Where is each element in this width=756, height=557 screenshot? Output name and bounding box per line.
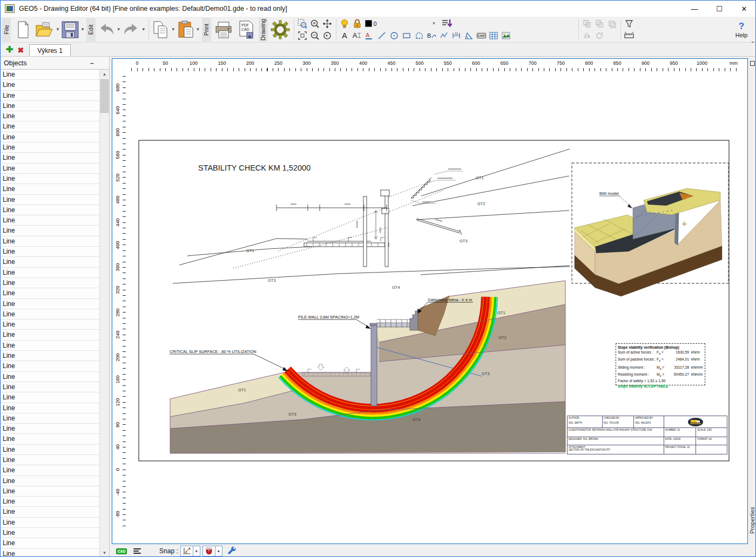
list-item-line[interactable]: Line [1,549,100,557]
list-item-line[interactable]: Line [1,101,100,111]
dimension-tool[interactable]: 11 [450,30,463,41]
drawing-canvas[interactable]: GT1 GT3 GT4 GT1 GT2 GT3 [112,58,748,544]
text-style-tool[interactable]: A [363,30,376,41]
snap-magnet-dropdown[interactable]: ▼ [215,546,222,556]
save-dropdown[interactable]: ▼ [80,27,85,32]
pan-button[interactable] [321,18,334,29]
list-item-line[interactable]: Line [1,424,100,434]
list-item-line[interactable]: Line [1,434,100,444]
add-sheet-button[interactable]: ✚ [6,44,13,55]
properties-tab[interactable]: Properties [748,503,756,538]
paste-button[interactable]: ▼ [177,18,200,42]
text-tool[interactable]: A [339,30,351,41]
list-item-line[interactable]: Line [1,476,100,486]
line-tool[interactable] [376,30,388,41]
redo-button[interactable]: ▼ [122,18,146,42]
scroll-thumb[interactable] [100,79,109,113]
open-dropdown[interactable]: ▼ [56,27,60,32]
zoom-in-button[interactable] [309,18,321,29]
circle-tool[interactable] [388,30,401,41]
list-item-line[interactable]: Line [1,236,100,247]
polygon-tool[interactable] [413,30,426,41]
polyline-tool[interactable] [438,30,450,41]
filter-button[interactable] [623,18,636,29]
list-item-line[interactable]: Line [1,445,100,455]
drawing-menu[interactable]: Drawing [259,18,268,42]
minimize-button[interactable]: — [682,1,707,17]
list-item-line[interactable]: Line [1,413,100,424]
list-item-line[interactable]: Line [1,278,100,288]
snap-angle-dropdown[interactable]: ▼ [193,546,200,556]
list-item-line[interactable]: Line [1,268,100,278]
file-menu[interactable]: File [2,18,11,42]
scroll-down-arrow[interactable]: ▼ [100,548,109,557]
insert-image-tool[interactable] [500,30,512,41]
new-file-button[interactable] [12,18,34,42]
list-item-line[interactable]: Line [1,392,100,403]
cad-mode-badge[interactable]: CAD [116,548,127,554]
color-swatch[interactable] [365,20,372,27]
list-item-line[interactable]: Line [1,299,100,309]
list-item-line[interactable]: Line [1,403,100,413]
print-menu[interactable]: Print [202,18,211,42]
settings-button[interactable] [269,18,291,42]
remove-sheet-button[interactable]: ✖ [17,46,24,55]
list-item-line[interactable]: Line [1,507,100,517]
list-item-line[interactable]: Line [1,288,100,298]
list-item-line[interactable]: Line [1,486,100,497]
list-item-line[interactable]: Line [1,184,100,194]
rectangle-tool[interactable] [401,30,413,41]
bezier-tool[interactable]: B [426,30,438,41]
undo-button[interactable]: ▼ [97,18,121,42]
list-item-line[interactable]: Line [1,382,100,392]
help-button[interactable]: ? Help [730,21,753,38]
snap-settings-button[interactable] [227,545,237,557]
list-item-line[interactable]: Line [1,528,100,538]
redo-dropdown[interactable]: ▼ [141,27,146,32]
zoom-window-button[interactable] [296,18,309,29]
list-item-line[interactable]: Line [1,111,100,121]
text-edit-tool[interactable]: A⌶ [351,30,363,41]
angle-dimension-tool[interactable] [463,30,475,41]
list-item-line[interactable]: Line [1,330,100,340]
list-item-line[interactable]: Line [1,372,100,382]
zoom-previous-button[interactable] [321,30,334,41]
list-item-line[interactable]: Line [1,195,100,205]
layer-combo[interactable]: 0 ▼ [374,19,436,28]
list-item-line[interactable]: Line [1,226,100,236]
list-item-line[interactable]: Line [1,309,100,320]
copy-dropdown[interactable]: ▼ [171,27,176,32]
measure-ruler-button[interactable] [623,30,636,41]
list-item-line[interactable]: Line [1,121,100,132]
list-item-line[interactable]: Line [1,518,100,528]
undo-dropdown[interactable]: ▼ [117,27,121,32]
print-button[interactable] [213,18,234,42]
collapse-panel-button[interactable]: – [90,59,94,67]
list-item-line[interactable]: Line [1,351,100,361]
list-item-line[interactable]: Line [1,361,100,371]
list-item-line[interactable]: Line [1,257,100,267]
list-item-line[interactable]: Line [1,465,100,476]
list-item-line[interactable]: Line [1,174,100,184]
list-item-line[interactable]: Line [1,320,100,330]
list-item-line[interactable]: Line [1,341,100,351]
tab-vykres-1[interactable]: Výkres 1 [29,44,71,56]
objects-scrollbar[interactable]: ▲ ▼ [99,70,109,557]
zoom-out-button[interactable] [309,30,321,41]
list-item-line[interactable]: Line [1,70,100,80]
maximize-button[interactable]: ☐ [707,1,732,17]
lock-icon[interactable] [351,18,363,29]
layer-combo-arrow[interactable]: ▼ [432,21,436,26]
insert-table-tool[interactable] [488,30,500,41]
list-item-line[interactable]: Line [1,132,100,142]
list-item-line[interactable]: Line [1,247,100,257]
switch-layer-button[interactable] [441,18,453,29]
zoom-extents-button[interactable] [296,30,309,41]
paste-dropdown[interactable]: ▼ [196,27,200,32]
list-item-line[interactable]: Line [1,538,100,548]
save-button[interactable]: ▼ [61,18,85,42]
snap-magnet-button[interactable] [202,546,215,556]
list-item-line[interactable]: Line [1,455,100,465]
list-item-line[interactable]: Line [1,215,100,226]
list-item-line[interactable]: Line [1,497,100,507]
